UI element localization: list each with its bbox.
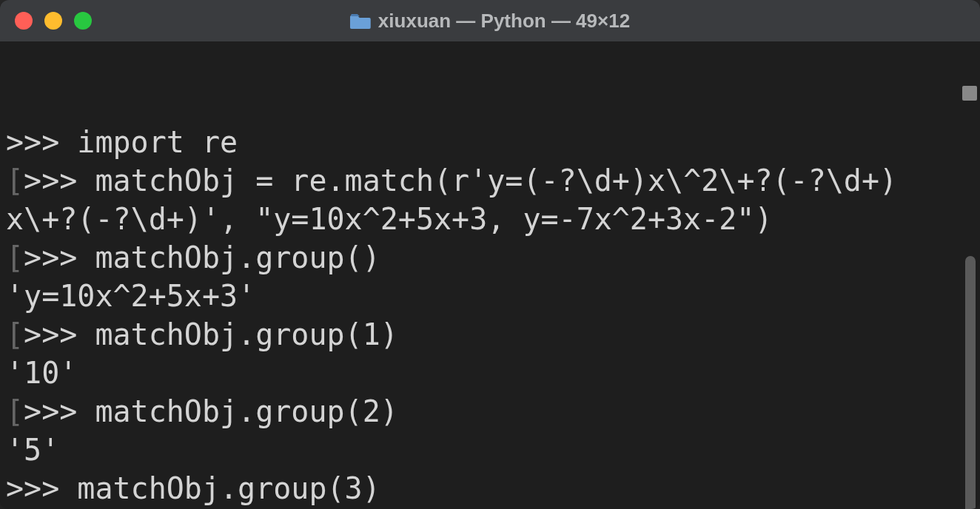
terminal-window: xiuxuan — Python — 49×12 >>> import re[>… — [0, 0, 980, 509]
code-text: '10' — [6, 356, 77, 390]
code-text: matchObj.group(1) — [95, 317, 397, 351]
prompt: >>> — [24, 164, 95, 198]
prompt: >>> — [24, 394, 95, 428]
scrollbar[interactable] — [965, 86, 977, 509]
terminal-body[interactable]: >>> import re[>>> matchObj = re.match(r'… — [0, 41, 980, 509]
terminal-line: [>>> matchObj.group() — [6, 238, 974, 277]
prompt: >>> — [6, 471, 77, 505]
bracket-icon: [ — [6, 240, 24, 274]
terminal-line: [>>> matchObj.group(2) — [6, 392, 974, 431]
code-text: import re — [77, 125, 238, 159]
window-title: xiuxuan — Python — 49×12 — [350, 10, 630, 33]
code-text: x\+?(-?\d+)', "y=10x^2+5x+3, y=-7x^2+3x-… — [6, 202, 773, 236]
bracket-icon: [ — [6, 317, 24, 351]
prompt: >>> — [24, 317, 95, 351]
code-text: '5' — [6, 433, 59, 467]
window-title-text: xiuxuan — Python — 49×12 — [378, 10, 630, 33]
terminal-line: [>>> matchObj = re.match(r'y=(-?\d+)x\^2… — [6, 161, 974, 200]
bracket-icon: [ — [6, 164, 24, 198]
bracket-icon: [ — [6, 394, 24, 428]
code-text: matchObj = re.match(r'y=(-?\d+)x\^2\+?(-… — [95, 164, 897, 198]
minimize-icon[interactable] — [44, 12, 62, 30]
terminal-line: '10' — [6, 354, 974, 392]
folder-icon — [350, 13, 371, 29]
titlebar[interactable]: xiuxuan — Python — 49×12 — [0, 0, 980, 41]
window-controls — [15, 12, 92, 30]
prompt: >>> — [24, 240, 95, 274]
scrollbar-thumb[interactable] — [965, 256, 976, 509]
close-icon[interactable] — [15, 12, 33, 30]
code-text: 'y=10x^2+5x+3' — [6, 279, 255, 313]
terminal-line: 'y=10x^2+5x+3' — [6, 277, 974, 315]
terminal-line: >>> matchObj.group(3) — [6, 469, 974, 508]
maximize-icon[interactable] — [74, 12, 92, 30]
terminal-line: [>>> matchObj.group(1) — [6, 315, 974, 354]
prompt: >>> — [6, 125, 77, 159]
code-text: matchObj.group(3) — [77, 471, 380, 505]
terminal-line: x\+?(-?\d+)', "y=10x^2+5x+3, y=-7x^2+3x-… — [6, 200, 974, 238]
code-text: matchObj.group(2) — [95, 394, 397, 428]
terminal-line: >>> import re — [6, 123, 974, 161]
code-text: matchObj.group() — [95, 240, 380, 274]
terminal-line: '5' — [6, 431, 974, 469]
